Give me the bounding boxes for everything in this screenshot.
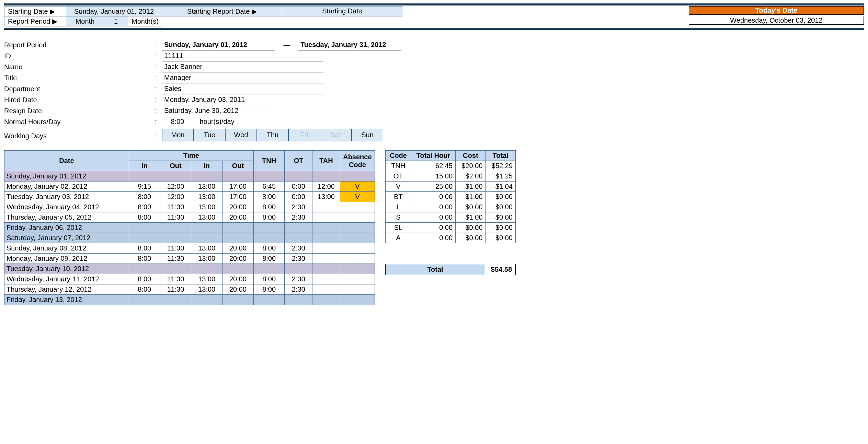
cell-in2[interactable] [191, 171, 222, 182]
cell-in1[interactable]: 9:15 [129, 182, 160, 192]
cell-tah[interactable] [312, 202, 340, 212]
cell-tnh[interactable]: 8:00 [253, 202, 285, 212]
cell-in1[interactable]: 8:00 [129, 192, 160, 202]
cell-in1[interactable] [129, 171, 160, 182]
cell-in2[interactable]: 13:00 [191, 274, 222, 284]
cell-ot[interactable]: 2:30 [285, 284, 312, 295]
cell-out1[interactable]: 11:30 [160, 284, 191, 295]
table-row[interactable]: Monday, January 02, 20129:1512:0013:0017… [4, 182, 375, 192]
period-qty[interactable]: 1 [104, 16, 128, 26]
cell-tah[interactable] [312, 254, 340, 264]
cell-out1[interactable] [160, 295, 191, 305]
cell-in2[interactable] [191, 295, 222, 305]
cell-out2[interactable]: 20:00 [222, 284, 254, 295]
cell-abs[interactable]: V [340, 182, 375, 192]
cell-abs[interactable] [340, 212, 375, 223]
cell-in2[interactable]: 13:00 [191, 182, 222, 192]
starting-report-date-value[interactable]: Starting Date [282, 7, 402, 16]
cell-tah[interactable] [312, 223, 340, 233]
cell-out1[interactable]: 11:30 [160, 274, 191, 284]
table-row[interactable]: Friday, January 06, 2012 [4, 223, 375, 233]
cell-out1[interactable]: 11:30 [160, 254, 191, 264]
cell-out2[interactable] [222, 264, 254, 274]
table-row[interactable]: Thursday, January 12, 20128:0011:3013:00… [4, 284, 375, 295]
cell-in2[interactable]: 13:00 [191, 192, 222, 202]
cell-out1[interactable] [160, 223, 191, 233]
cell-ot[interactable] [285, 295, 312, 305]
cell-date[interactable]: Tuesday, January 10, 2012 [4, 264, 129, 274]
cell-date[interactable]: Thursday, January 05, 2012 [4, 212, 129, 223]
cell-date[interactable]: Sunday, January 08, 2012 [4, 243, 129, 254]
cell-out1[interactable]: 11:30 [160, 202, 191, 212]
cell-tnh[interactable] [253, 223, 285, 233]
cell-tah[interactable] [312, 284, 340, 295]
cell-ot[interactable]: 2:30 [285, 274, 312, 284]
cell-abs[interactable] [340, 243, 375, 254]
cell-tnh[interactable] [253, 171, 285, 182]
table-row[interactable]: Thursday, January 05, 20128:0011:3013:00… [4, 212, 375, 223]
cell-in1[interactable] [129, 233, 160, 243]
cell-tah[interactable] [312, 243, 340, 254]
cell-date[interactable]: Wednesday, January 04, 2012 [4, 202, 129, 212]
cell-date[interactable]: Friday, January 13, 2012 [4, 295, 129, 305]
table-row[interactable]: Wednesday, January 11, 20128:0011:3013:0… [4, 274, 375, 284]
cell-tah[interactable] [312, 295, 340, 305]
cell-out1[interactable]: 11:30 [160, 243, 191, 254]
cell-tnh[interactable]: 8:00 [253, 254, 285, 264]
cell-ot[interactable]: 2:30 [285, 243, 312, 254]
cell-abs[interactable] [340, 171, 375, 182]
cell-abs[interactable] [340, 233, 375, 243]
cell-abs[interactable] [340, 295, 375, 305]
cell-tah[interactable] [312, 264, 340, 274]
cell-in2[interactable]: 13:00 [191, 243, 222, 254]
cell-in2[interactable] [191, 223, 222, 233]
cell-abs[interactable] [340, 264, 375, 274]
cell-abs[interactable] [340, 274, 375, 284]
cell-in1[interactable]: 8:00 [129, 284, 160, 295]
cell-out1[interactable]: 12:00 [160, 182, 191, 192]
cell-date[interactable]: Tuesday, January 03, 2012 [4, 192, 129, 202]
cell-in2[interactable] [191, 264, 222, 274]
cell-date[interactable]: Friday, January 06, 2012 [4, 223, 129, 233]
cell-date[interactable]: Saturday, January 07, 2012 [4, 233, 129, 243]
table-row[interactable]: Sunday, January 01, 2012 [4, 171, 375, 182]
cell-ot[interactable]: 2:30 [285, 202, 312, 212]
cell-ot[interactable]: 2:30 [285, 254, 312, 264]
cell-out2[interactable]: 20:00 [222, 243, 254, 254]
cell-in2[interactable]: 13:00 [191, 212, 222, 223]
cell-ot[interactable]: 0:00 [285, 192, 312, 202]
table-row[interactable]: Friday, January 13, 2012 [4, 295, 375, 305]
cell-tnh[interactable] [253, 233, 285, 243]
cell-out2[interactable]: 20:00 [222, 274, 254, 284]
cell-in2[interactable]: 13:00 [191, 254, 222, 264]
cell-ot[interactable] [285, 233, 312, 243]
cell-in2[interactable]: 13:00 [191, 202, 222, 212]
cell-ot[interactable] [285, 171, 312, 182]
cell-tnh[interactable]: 6:45 [253, 182, 285, 192]
cell-date[interactable]: Sunday, January 01, 2012 [4, 171, 129, 182]
cell-out1[interactable]: 11:30 [160, 212, 191, 223]
cell-out1[interactable] [160, 264, 191, 274]
starting-date-value[interactable]: Sunday, January 01, 2012 [66, 7, 162, 16]
cell-in1[interactable]: 8:00 [129, 202, 160, 212]
cell-date[interactable]: Monday, January 02, 2012 [4, 182, 129, 192]
cell-out2[interactable]: 20:00 [222, 212, 254, 223]
cell-out2[interactable] [222, 233, 254, 243]
cell-in1[interactable] [129, 264, 160, 274]
cell-tnh[interactable] [253, 295, 285, 305]
cell-ot[interactable]: 0:00 [285, 182, 312, 192]
cell-in2[interactable] [191, 233, 222, 243]
table-row[interactable]: Monday, January 09, 20128:0011:3013:0020… [4, 254, 375, 264]
cell-tnh[interactable] [253, 264, 285, 274]
cell-tah[interactable]: 12:00 [312, 182, 340, 192]
period-unit[interactable]: Month [66, 16, 104, 26]
cell-out1[interactable] [160, 233, 191, 243]
cell-out2[interactable]: 20:00 [222, 202, 254, 212]
cell-date[interactable]: Wednesday, January 11, 2012 [4, 274, 129, 284]
cell-out2[interactable] [222, 295, 254, 305]
cell-out2[interactable]: 17:00 [222, 182, 254, 192]
table-row[interactable]: Saturday, January 07, 2012 [4, 233, 375, 243]
cell-abs[interactable] [340, 254, 375, 264]
cell-abs[interactable] [340, 223, 375, 233]
cell-out2[interactable]: 17:00 [222, 192, 254, 202]
